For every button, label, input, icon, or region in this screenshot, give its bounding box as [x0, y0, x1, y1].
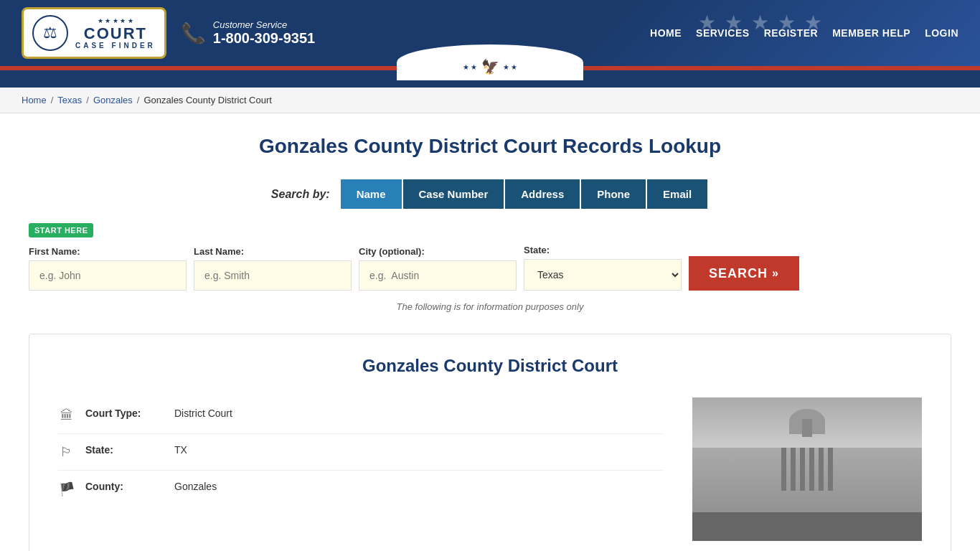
last-name-group: Last Name: [194, 246, 352, 291]
logo-court-text: COURT [84, 26, 147, 42]
first-name-group: First Name: [29, 246, 187, 291]
nav-login[interactable]: LOGIN [925, 24, 958, 42]
breadcrumb: Home / Texas / Gonzales / Gonzales Count… [0, 88, 980, 113]
page-title: Gonzales County District Court Records L… [29, 135, 951, 158]
court-info-box: Gonzales County District Court 🏛 Court T… [29, 334, 951, 551]
nav-home[interactable]: HOME [650, 24, 682, 42]
breadcrumb-sep-3: / [137, 95, 140, 105]
phone-icon: 📞 [181, 22, 206, 45]
first-name-input[interactable] [29, 260, 187, 291]
search-button[interactable]: SEARCH » [689, 256, 799, 291]
state-row-label: State: [85, 444, 164, 456]
cs-text: Customer Service 1-800-309-9351 [213, 19, 315, 47]
search-button-label: SEARCH [709, 266, 768, 281]
main-content: Gonzales County District Court Records L… [0, 113, 980, 551]
court-type-value: District Court [174, 408, 232, 419]
breadcrumb-gonzales[interactable]: Gonzales [93, 95, 133, 105]
county-value: Gonzales [174, 481, 217, 492]
site-header: ★★★★★ ⚖ ★ ★ ★ ★ ★ COURT CASE FINDER 📞 Cu… [0, 0, 980, 66]
state-label: State: [524, 245, 682, 255]
breadcrumb-sep-1: / [51, 95, 54, 105]
header-eagle-decoration: ★ ★ 🦅 ★ ★ [397, 44, 583, 80]
county-row: 🏴 County: Gonzales [58, 471, 664, 507]
state-row: 🏳 State: TX [58, 434, 664, 471]
court-type-label: Court Type: [85, 408, 164, 419]
last-name-label: Last Name: [194, 246, 352, 257]
court-info-body: 🏛 Court Type: District Court 🏳 State: TX… [58, 397, 922, 541]
cs-label: Customer Service [213, 19, 315, 30]
state-icon: 🏳 [58, 445, 75, 460]
logo-text: ★ ★ ★ ★ ★ COURT CASE FINDER [75, 17, 156, 50]
first-name-label: First Name: [29, 246, 187, 257]
header-decoration: ★★★★★ [698, 11, 822, 34]
info-note: The following is for information purpose… [29, 301, 951, 312]
court-image [692, 397, 922, 541]
city-label: City (optional): [359, 246, 517, 257]
tab-name[interactable]: Name [341, 179, 402, 209]
tab-email[interactable]: Email [647, 179, 707, 209]
last-name-input[interactable] [194, 260, 352, 291]
search-chevrons-icon: » [772, 267, 779, 280]
customer-service: 📞 Customer Service 1-800-309-9351 [181, 19, 315, 47]
court-type-row: 🏛 Court Type: District Court [58, 397, 664, 434]
logo-emblem: ⚖ [32, 15, 68, 51]
court-type-icon: 🏛 [58, 408, 75, 423]
tab-phone[interactable]: Phone [581, 179, 646, 209]
search-by-row: Search by: Name Case Number Address Phon… [29, 179, 951, 209]
breadcrumb-texas[interactable]: Texas [57, 95, 82, 105]
cs-phone[interactable]: 1-800-309-9351 [213, 30, 315, 47]
nav-member-help[interactable]: MEMBER HELP [832, 24, 910, 42]
county-label: County: [85, 481, 164, 492]
court-info-title: Gonzales County District Court [58, 356, 922, 376]
site-logo[interactable]: ⚖ ★ ★ ★ ★ ★ COURT CASE FINDER [22, 7, 166, 59]
breadcrumb-home[interactable]: Home [22, 95, 47, 105]
breadcrumb-current: Gonzales County District Court [143, 95, 271, 105]
city-input[interactable] [359, 260, 517, 291]
search-form: First Name: Last Name: City (optional): … [29, 245, 951, 291]
state-select[interactable]: AlabamaAlaskaArizonaArkansasCaliforniaCo… [524, 259, 682, 291]
state-row-value: TX [174, 444, 187, 456]
tab-case-number[interactable]: Case Number [403, 179, 504, 209]
court-info-details: 🏛 Court Type: District Court 🏳 State: TX… [58, 397, 664, 541]
breadcrumb-sep-2: / [86, 95, 89, 105]
tab-address[interactable]: Address [505, 179, 580, 209]
state-group: State: AlabamaAlaskaArizonaArkansasCalif… [524, 245, 682, 291]
logo-scale-icon: ⚖ [43, 24, 57, 42]
logo-case-finder-text: CASE FINDER [75, 42, 156, 50]
search-by-label: Search by: [271, 188, 330, 201]
city-group: City (optional): [359, 246, 517, 291]
logo-stars: ★ ★ ★ ★ ★ [98, 17, 133, 24]
header-left: ⚖ ★ ★ ★ ★ ★ COURT CASE FINDER 📞 Customer… [22, 7, 315, 59]
start-here-badge: START HERE [29, 223, 93, 237]
county-icon: 🏴 [58, 481, 75, 497]
court-image-inner [692, 397, 922, 541]
